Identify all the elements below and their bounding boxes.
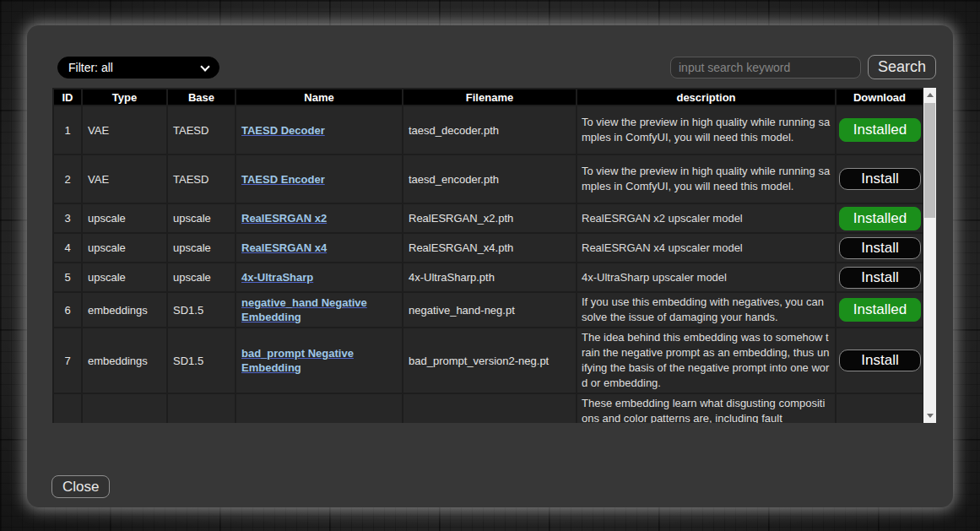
cell-id: 1	[53, 106, 82, 154]
cell-base: TAESD	[167, 154, 236, 203]
column-header-download: Download	[836, 89, 923, 106]
column-header-name: Name	[236, 89, 403, 106]
model-name-link[interactable]: RealESRGAN x4	[241, 241, 327, 254]
cell-id: 2	[53, 154, 82, 203]
cell-description: RealESRGAN x4 upscaler model	[577, 233, 836, 263]
cell-description: 4x-UltraSharp upscaler model	[577, 263, 836, 292]
search-button[interactable]: Search	[868, 55, 936, 79]
installed-button[interactable]: Installed	[839, 118, 921, 142]
column-header-filename: Filename	[403, 89, 577, 106]
model-name-link[interactable]: 4x-UltraSharp	[241, 271, 313, 284]
cell-download: Install	[836, 233, 923, 263]
close-button[interactable]: Close	[51, 475, 110, 498]
cell-name: RealESRGAN x4	[236, 233, 403, 263]
cell-type: embeddings	[82, 328, 167, 393]
install-button[interactable]: Install	[839, 168, 921, 190]
cell-name: 4x-UltraSharp	[236, 263, 403, 292]
cell-download	[836, 393, 923, 423]
models-table: ID Type Base Name Filename description D…	[52, 88, 924, 423]
table-row: 2VAETAESDTAESD Encodertaesd_encoder.pthT…	[53, 154, 923, 203]
cell-type: VAE	[82, 154, 167, 203]
scrollbar-thumb[interactable]	[924, 103, 935, 218]
column-header-type: Type	[82, 89, 167, 106]
filter-select[interactable]: Filter: all	[57, 57, 219, 79]
cell-description: These embedding learn what disgusting co…	[577, 393, 836, 423]
cell-base: upscale	[167, 263, 236, 292]
install-models-dialog: Filter: all Search ID Type Base Name Fil…	[27, 25, 953, 507]
cell-description: If you use this embedding with negatives…	[577, 292, 836, 328]
filter-dropdown[interactable]: Filter: all	[57, 57, 219, 79]
cell-name	[236, 393, 403, 423]
cell-type: upscale	[82, 263, 167, 292]
cell-type: VAE	[82, 106, 167, 154]
cell-download: Install	[836, 328, 923, 393]
installed-button[interactable]: Installed	[839, 207, 921, 230]
install-button[interactable]: Install	[839, 237, 921, 259]
cell-base	[167, 393, 236, 423]
cell-base: upscale	[167, 233, 236, 263]
cell-description: To view the preview in high quality whil…	[577, 106, 836, 154]
installed-button[interactable]: Installed	[839, 298, 921, 322]
cell-name: bad_prompt Negative Embedding	[236, 328, 403, 393]
cell-filename: RealESRGAN_x4.pth	[403, 233, 577, 263]
table-row: 4upscaleupscaleRealESRGAN x4RealESRGAN_x…	[53, 233, 923, 263]
model-name-link[interactable]: bad_prompt Negative Embedding	[241, 347, 354, 374]
table-scrollbar[interactable]	[923, 88, 936, 423]
table-row: 3upscaleupscaleRealESRGAN x2RealESRGAN_x…	[53, 203, 923, 233]
cell-download: Installed	[836, 106, 923, 154]
cell-type	[82, 393, 167, 423]
cell-description: RealESRGAN x2 upscaler model	[577, 203, 836, 233]
scrollbar-up-arrow-icon[interactable]	[927, 93, 934, 97]
cell-base: TAESD	[167, 106, 236, 154]
cell-type: upscale	[82, 203, 167, 233]
cell-filename: RealESRGAN_x2.pth	[403, 203, 577, 233]
models-table-body: 1VAETAESDTAESD Decodertaesd_decoder.pthT…	[53, 106, 923, 423]
table-row: 5upscaleupscale4x-UltraSharp4x-UltraShar…	[53, 263, 923, 292]
cell-filename: taesd_encoder.pth	[403, 154, 577, 203]
comfyui-canvas: { "dialog": { "filter": { "selected": "F…	[0, 0, 980, 531]
cell-download: Install	[836, 154, 923, 203]
model-name-link[interactable]: TAESD Encoder	[241, 173, 325, 186]
table-header-row: ID Type Base Name Filename description D…	[53, 89, 923, 106]
cell-filename: 4x-UltraSharp.pth	[403, 263, 577, 292]
cell-filename: negative_hand-neg.pt	[403, 292, 577, 328]
cell-description: The idea behind this embedding was to so…	[577, 328, 836, 393]
cell-id: 4	[53, 233, 82, 263]
cell-id: 6	[53, 292, 82, 328]
table-row: 6embeddingsSD1.5negative_hand Negative E…	[53, 292, 923, 328]
cell-description: To view the preview in high quality whil…	[577, 154, 836, 203]
column-header-base: Base	[167, 89, 236, 106]
column-header-description: description	[577, 89, 836, 106]
table-row: 1VAETAESDTAESD Decodertaesd_decoder.pthT…	[53, 106, 923, 154]
column-header-id: ID	[53, 89, 82, 106]
cell-base: SD1.5	[167, 328, 236, 393]
cell-filename	[403, 393, 577, 423]
cell-id: 7	[53, 328, 82, 393]
cell-download: Installed	[836, 292, 923, 328]
cell-id	[53, 393, 82, 423]
table-row: These embedding learn what disgusting co…	[53, 393, 923, 423]
model-name-link[interactable]: negative_hand Negative Embedding	[241, 296, 367, 323]
cell-type: upscale	[82, 233, 167, 263]
cell-type: embeddings	[82, 292, 167, 328]
cell-name: TAESD Decoder	[236, 106, 403, 154]
table-row: 7embeddingsSD1.5bad_prompt Negative Embe…	[53, 328, 923, 393]
install-button[interactable]: Install	[839, 267, 921, 289]
cell-download: Install	[836, 263, 923, 292]
search-input[interactable]	[670, 57, 861, 79]
models-table-container: ID Type Base Name Filename description D…	[52, 88, 936, 423]
model-name-link[interactable]: TAESD Decoder	[241, 124, 325, 137]
cell-name: negative_hand Negative Embedding	[236, 292, 403, 328]
install-button[interactable]: Install	[839, 349, 921, 371]
cell-download: Installed	[836, 203, 923, 233]
cell-base: upscale	[167, 203, 236, 233]
cell-id: 3	[53, 203, 82, 233]
model-name-link[interactable]: RealESRGAN x2	[241, 212, 327, 225]
cell-filename: taesd_decoder.pth	[403, 106, 577, 154]
scrollbar-down-arrow-icon[interactable]	[927, 414, 934, 418]
cell-name: RealESRGAN x2	[236, 203, 403, 233]
cell-base: SD1.5	[167, 292, 236, 328]
cell-filename: bad_prompt_version2-neg.pt	[403, 328, 577, 393]
cell-id: 5	[53, 263, 82, 292]
cell-name: TAESD Encoder	[236, 154, 403, 203]
